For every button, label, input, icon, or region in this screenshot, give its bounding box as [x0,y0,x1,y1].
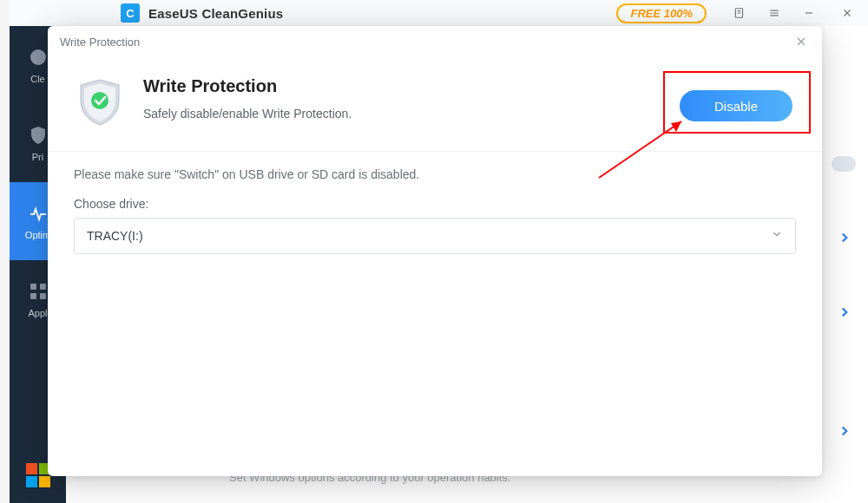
window-close-icon[interactable] [826,0,868,26]
notes-icon[interactable] [722,0,757,26]
titlebar: C EaseUS CleanGenius FREE 100% [10,0,868,26]
app-title: EaseUS CleanGenius [148,6,283,21]
modal-window-title: Write Protection [60,36,140,49]
arrow-right-icon[interactable] [837,423,852,439]
drive-select[interactable]: TRACY(I:) [74,218,796,254]
app-logo-icon: C [121,3,140,23]
toggle-pill[interactable] [832,156,856,172]
sidebar-item-label: Appl [28,308,47,318]
sidebar-item-label: Pri [32,152,43,162]
shield-icon [74,76,126,128]
privacy-icon [27,124,49,147]
apps-icon [27,280,49,303]
sidebar-item-label: Cle [30,74,45,84]
svg-rect-5 [40,293,46,299]
choose-drive-label: Choose drive: [74,197,796,211]
minimize-icon[interactable] [792,0,826,26]
arrow-right-icon[interactable] [837,230,852,245]
instruction-text: Please make sure "Switch" on USB drive o… [74,167,796,181]
svg-rect-4 [30,293,36,299]
modal-hero: Write Protection Safely disable/enable W… [48,57,822,152]
optimize-icon [27,202,49,225]
modal-body: Please make sure "Switch" on USB drive o… [48,152,822,270]
arrow-right-icon[interactable] [837,304,852,320]
svg-rect-2 [30,284,36,290]
modal-hero-text: Write Protection Safely disable/enable W… [143,76,352,121]
modal-header: Write Protection [48,26,822,57]
sidebar-item-label: Optim [25,230,50,240]
broom-icon [27,46,49,69]
disable-button[interactable]: Disable [680,90,792,121]
chevron-down-icon [771,228,783,244]
drive-value: TRACY(I:) [87,229,143,243]
windows-logo-icon [26,463,50,487]
modal-heading: Write Protection [143,76,352,96]
modal-subheading: Safely disable/enable Write Protection. [143,107,352,121]
svg-point-6 [91,92,108,109]
menu-icon[interactable] [757,0,792,26]
close-icon[interactable] [792,33,810,50]
free-badge[interactable]: FREE 100% [616,3,707,23]
write-protection-modal: Write Protection Write Protection Safely… [48,26,822,476]
svg-rect-3 [40,284,46,290]
svg-point-1 [30,49,46,65]
